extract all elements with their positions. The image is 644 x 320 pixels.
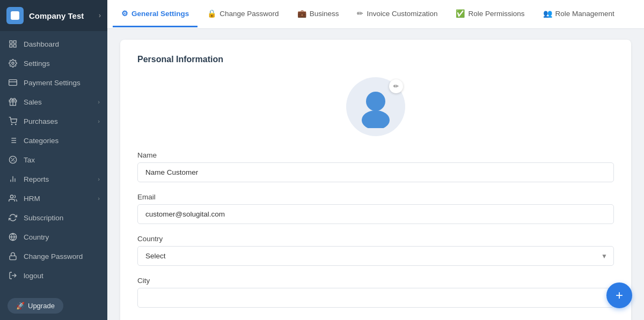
sidebar-item-label-subscription: Subscription — [24, 214, 100, 222]
sidebar-item-change-password[interactable]: Change Password — [0, 247, 107, 266]
categories-icon — [8, 135, 18, 146]
country-label: Country — [137, 235, 614, 243]
sales-icon — [8, 96, 18, 107]
tab-invoice-customization[interactable]: ✏ Invoice Customization — [348, 1, 446, 27]
svg-point-20 — [14, 161, 14, 161]
name-label: Name — [137, 151, 614, 159]
email-input[interactable] — [137, 204, 614, 224]
svg-rect-2 — [10, 44, 12, 47]
tab-invoice-label: Invoice Customization — [367, 10, 437, 18]
reports-icon — [8, 174, 18, 184]
tab-role-management[interactable]: 👥 Role Management — [535, 1, 623, 27]
sidebar-item-tax[interactable]: Tax — [0, 150, 107, 169]
sidebar-item-dashboard[interactable]: Dashboard — [0, 34, 107, 54]
sidebar-chevron-icon: › — [99, 12, 101, 19]
change-password-icon — [8, 251, 18, 262]
content-area: Personal Information ✏ Name — [107, 29, 644, 320]
purchases-icon — [8, 116, 18, 126]
upgrade-button[interactable]: 🚀 Upgrade — [8, 298, 63, 314]
rocket-icon: 🚀 — [16, 302, 25, 310]
svg-point-19 — [11, 158, 12, 159]
main-content: ⚙ General Settings 🔒 Change Password 💼 B… — [107, 0, 644, 320]
tab-role-permissions[interactable]: ✅ Role Permissions — [447, 1, 533, 27]
sidebar-item-label-dashboard: Dashboard — [24, 40, 100, 48]
invoice-tab-icon: ✏ — [357, 9, 363, 18]
svg-rect-3 — [13, 44, 16, 47]
sidebar-item-label-reports: Reports — [24, 175, 98, 183]
sidebar-item-label-payment-settings: Payment Settings — [24, 79, 100, 87]
tab-role-management-label: Role Management — [555, 10, 614, 18]
svg-rect-27 — [10, 256, 16, 259]
logout-icon — [8, 270, 18, 281]
dashboard-icon — [8, 39, 18, 49]
name-input[interactable] — [137, 162, 614, 182]
sidebar-item-label-change-password: Change Password — [24, 252, 100, 261]
tab-general-settings[interactable]: ⚙ General Settings — [113, 1, 197, 27]
svg-rect-0 — [10, 41, 12, 43]
subscription-icon — [8, 212, 18, 223]
city-group: City — [137, 277, 614, 308]
name-group: Name — [137, 151, 614, 182]
avatar-edit-button[interactable]: ✏ — [389, 79, 403, 93]
sidebar-item-purchases[interactable]: Purchases › — [0, 111, 107, 131]
role-permissions-tab-icon: ✅ — [456, 9, 465, 18]
svg-point-10 — [16, 124, 16, 124]
purchases-arrow-icon: › — [98, 118, 100, 124]
sidebar-item-logout[interactable]: logout — [0, 266, 107, 285]
sidebar-item-reports[interactable]: Reports › — [0, 169, 107, 189]
country-select[interactable]: Select — [137, 246, 614, 266]
upgrade-label: Upgrade — [28, 302, 55, 310]
company-name: Company Test — [29, 11, 99, 20]
sidebar-item-hrm[interactable]: HRM › — [0, 189, 107, 208]
sidebar-item-label-country: Country — [24, 233, 100, 241]
sidebar-item-label-settings: Settings — [24, 59, 100, 68]
svg-point-24 — [10, 195, 13, 198]
sidebar-item-sales[interactable]: Sales › — [0, 92, 107, 111]
fab-button[interactable]: + — [606, 282, 632, 308]
svg-rect-5 — [9, 80, 17, 86]
sales-arrow-icon: › — [98, 99, 100, 105]
svg-point-4 — [12, 62, 14, 64]
svg-rect-1 — [13, 41, 16, 43]
sidebar-item-categories[interactable]: Categories — [0, 131, 107, 150]
sidebar: Company Test › Dashboard Settings Paymen… — [0, 0, 107, 320]
tax-icon — [8, 154, 18, 165]
tab-change-password[interactable]: 🔒 Change Password — [199, 1, 287, 27]
city-input[interactable] — [137, 288, 614, 308]
sidebar-nav: Dashboard Settings Payment Settings Sale… — [0, 31, 107, 292]
sidebar-item-settings[interactable]: Settings — [0, 54, 107, 73]
avatar-svg — [354, 85, 397, 128]
change-password-tab-icon: 🔒 — [207, 9, 216, 18]
sidebar-item-country[interactable]: Country — [0, 227, 107, 247]
top-tabs: ⚙ General Settings 🔒 Change Password 💼 B… — [107, 0, 644, 29]
sidebar-item-label-categories: Categories — [24, 137, 100, 145]
hrm-icon — [8, 193, 18, 204]
personal-info-card: Personal Information ✏ Name — [120, 40, 631, 320]
personal-info-title: Personal Information — [137, 55, 614, 64]
avatar-section: ✏ — [137, 77, 614, 136]
avatar-wrapper: ✏ — [346, 77, 405, 136]
payment-settings-icon — [8, 77, 18, 88]
company-logo — [6, 7, 24, 24]
svg-point-29 — [366, 92, 385, 111]
business-tab-icon: 💼 — [297, 9, 306, 18]
sidebar-item-label-purchases: Purchases — [24, 117, 98, 125]
email-label: Email — [137, 193, 614, 201]
tab-business-label: Business — [310, 10, 339, 18]
sidebar-item-payment-settings[interactable]: Payment Settings — [0, 73, 107, 92]
tab-business[interactable]: 💼 Business — [289, 1, 348, 27]
general-settings-tab-icon: ⚙ — [121, 9, 128, 18]
sidebar-item-label-logout: logout — [24, 272, 100, 280]
sidebar-item-label-tax: Tax — [24, 156, 100, 164]
tab-general-settings-label: General Settings — [131, 10, 189, 18]
svg-point-9 — [11, 124, 12, 124]
tab-change-password-label: Change Password — [219, 10, 279, 18]
reports-arrow-icon: › — [98, 176, 100, 182]
settings-icon — [8, 58, 18, 69]
country-select-wrapper: Select ▼ — [137, 246, 614, 266]
tab-role-permissions-label: Role Permissions — [468, 10, 524, 18]
country-icon — [8, 232, 18, 242]
email-group: Email — [137, 193, 614, 224]
sidebar-item-subscription[interactable]: Subscription — [0, 208, 107, 227]
sidebar-header: Company Test › — [0, 0, 107, 31]
